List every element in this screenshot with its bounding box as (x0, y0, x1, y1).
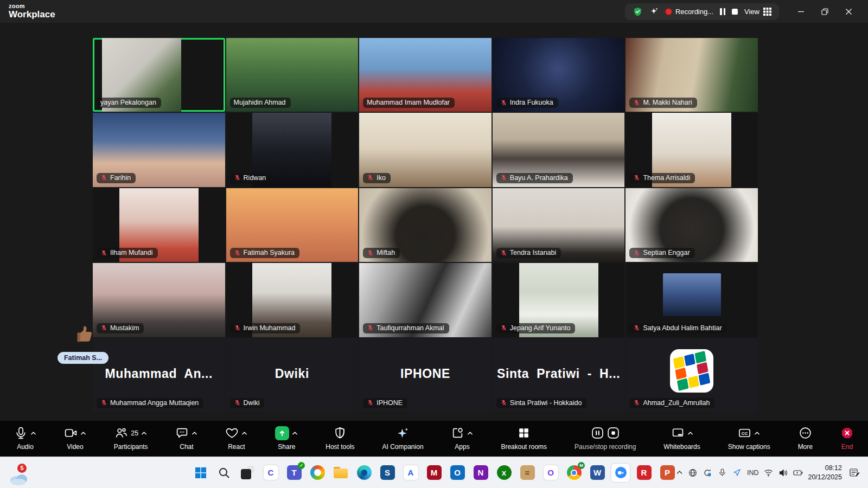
start-icon[interactable] (192, 464, 210, 482)
reader-icon[interactable]: R (635, 464, 653, 482)
whiteboards-caret[interactable] (687, 431, 693, 435)
toolbar-ai-companion-button[interactable]: AI Companion (382, 426, 424, 451)
close-button[interactable] (837, 0, 860, 23)
video-tile-sinta-pratiwi-hokkaido[interactable]: Sinta Pratiwi - H...Sinta Pratiwi - Hokk… (493, 338, 625, 412)
video-tile-taufiqurrahman-akmal[interactable]: Taufiqurrahman Akmal (359, 263, 492, 337)
video-tile-satya-abdul-halim-bahtiar[interactable]: Satya Abdul Halim Bahtiar (626, 263, 758, 337)
word-icon[interactable]: W (588, 464, 607, 482)
atom-icon[interactable]: A (401, 464, 420, 482)
react-caret[interactable] (241, 431, 247, 435)
teams-icon[interactable]: T✓ (285, 464, 303, 482)
toolbar-end-button[interactable]: End (840, 426, 854, 451)
muted-mic-icon (367, 324, 374, 331)
wifi-icon[interactable] (764, 468, 773, 477)
more-label: More (798, 443, 813, 451)
participant-name-label: Iko (363, 173, 391, 183)
mendeley-icon[interactable]: M (425, 464, 443, 482)
video-tile-ahmad-zuli-amrullah[interactable]: Ahmad_Zuli_Amrullah (626, 338, 758, 412)
video-tile-bayu-a-prahardika[interactable]: Bayu A. Prahardika (493, 113, 625, 187)
microsoft-store-icon[interactable]: S (378, 464, 397, 482)
taskbar-clock[interactable]: 08:12 20/12/2025 (808, 464, 842, 481)
copilot-icon[interactable] (308, 464, 327, 482)
audio-caret[interactable] (30, 431, 36, 435)
toolbar-pause-stop-recording-button[interactable]: Pause/stop recording (575, 426, 636, 451)
toolbar-audio-button[interactable]: Audio (14, 426, 36, 451)
volume-icon[interactable] (778, 468, 788, 477)
video-tile-tendra-istanabi[interactable]: Tendra Istanabi (493, 188, 625, 262)
battery-icon[interactable] (793, 468, 802, 477)
audio-label: Audio (17, 443, 34, 451)
toolbar-breakout-rooms-button[interactable]: Breakout rooms (501, 426, 547, 451)
zoom-icon[interactable] (611, 464, 630, 482)
video-tile-septian-enggar[interactable]: Septian Enggar (626, 188, 758, 262)
chat-caret[interactable] (192, 431, 197, 435)
participant-name-label: Muhammad Imam Mudlofar (363, 98, 455, 108)
sync-tray-icon[interactable] (703, 468, 712, 477)
photos-icon[interactable] (238, 464, 257, 482)
video-tile-mujahidin-ahmad[interactable]: Mujahidin Ahmad (226, 38, 359, 112)
toolbar-show-captions-button[interactable]: CCShow captions (728, 426, 770, 451)
show-captions-caret[interactable] (754, 431, 760, 435)
pause-recording-button[interactable] (720, 8, 725, 15)
toolbar-react-button[interactable]: React (225, 426, 247, 451)
toolbar-share-button[interactable]: Share (275, 426, 298, 451)
browser-tray-icon[interactable] (688, 468, 698, 477)
book-icon[interactable]: ≡ (518, 464, 537, 482)
meeting-toolbar: AudioVideo25ParticipantsChatReactShareHo… (0, 421, 868, 457)
minimize-button[interactable] (789, 0, 813, 23)
stop-recording-button[interactable] (732, 9, 738, 15)
video-tile-thema-arrisaldi[interactable]: Thema Arrisaldi (626, 113, 758, 187)
share-caret[interactable] (292, 431, 298, 435)
floating-reaction: Fatimah S... (53, 323, 113, 364)
whiteboards-label: Whiteboards (663, 443, 700, 451)
file-explorer-icon[interactable] (331, 464, 350, 482)
video-tile-iko[interactable]: Iko (359, 113, 492, 187)
search-icon[interactable] (215, 464, 233, 482)
view-button[interactable]: View (744, 8, 771, 16)
video-tile-miftah[interactable]: Miftah (359, 188, 492, 262)
video-tile-irwin-muhammad[interactable]: Irwin Muhammad (226, 263, 359, 337)
obsidian-icon[interactable]: O (541, 464, 560, 482)
toolbar-video-button[interactable]: Video (64, 426, 86, 451)
powerpoint-icon[interactable]: P (658, 464, 676, 482)
apps-caret[interactable] (467, 431, 473, 435)
toolbar-host-tools-button[interactable]: Host tools (326, 426, 354, 451)
toolbar-apps-button[interactable]: Apps (451, 426, 473, 451)
video-tile-ridwan[interactable]: Ridwan (226, 113, 359, 187)
participants-caret[interactable] (141, 431, 147, 435)
muted-mic-icon (500, 249, 507, 256)
participant-name-label: Miftah (363, 248, 400, 258)
clipchamp-icon[interactable]: C (261, 464, 280, 482)
onenote-icon[interactable]: N (471, 464, 490, 482)
toolbar-participants-button[interactable]: 25Participants (114, 426, 148, 451)
video-tile-muhammad-imam-mudlofar[interactable]: Muhammad Imam Mudlofar (359, 38, 492, 112)
chrome-icon[interactable]: M (565, 464, 583, 482)
location-tray-icon[interactable] (732, 468, 742, 477)
outlook-icon[interactable]: O (448, 464, 467, 482)
video-tile-ilham-mufandi[interactable]: Ilham Mufandi (93, 188, 225, 262)
mic-tray-icon[interactable] (718, 468, 727, 477)
hidden-icons-chevron[interactable] (676, 468, 683, 477)
language-indicator[interactable]: IND (747, 469, 759, 477)
toolbar-chat-button[interactable]: Chat (175, 426, 197, 451)
video-tile-fatimah-syakura[interactable]: Fatimah Syakura (226, 188, 359, 262)
video-tile-farihin[interactable]: Farihin (93, 113, 225, 187)
xbox-icon[interactable]: x (495, 464, 513, 482)
toolbar-more-button[interactable]: More (798, 426, 813, 451)
toolbar-whiteboards-button[interactable]: Whiteboards (663, 426, 700, 451)
video-tile-indra-fukuoka[interactable]: Indra Fukuoka (493, 38, 625, 112)
video-tile-dwiki[interactable]: DwikiDwiki (226, 338, 359, 412)
zoom-workplace-logo: zoom Workplace (9, 3, 55, 19)
video-tile-m-makki-nahari[interactable]: M. Makki Nahari (626, 38, 758, 112)
ai-sparkle-icon[interactable] (649, 7, 659, 16)
weather-widget[interactable]: 5 (9, 466, 30, 487)
video-tile-iphone[interactable]: IPHONEIPHONE (359, 338, 492, 412)
notification-center-icon[interactable] (847, 466, 861, 480)
restore-button[interactable] (813, 0, 837, 23)
security-shield-icon[interactable] (633, 7, 643, 17)
video-tile-yayan-pekalongan[interactable]: yayan Pekalongan (93, 38, 225, 112)
edge-icon[interactable] (355, 464, 373, 482)
participant-name-label: Sinta Pratiwi - Hokkaido (496, 398, 587, 408)
video-caret[interactable] (80, 431, 86, 435)
video-tile-jepang-arif-yunanto[interactable]: Jepang Arif Yunanto (493, 263, 625, 337)
